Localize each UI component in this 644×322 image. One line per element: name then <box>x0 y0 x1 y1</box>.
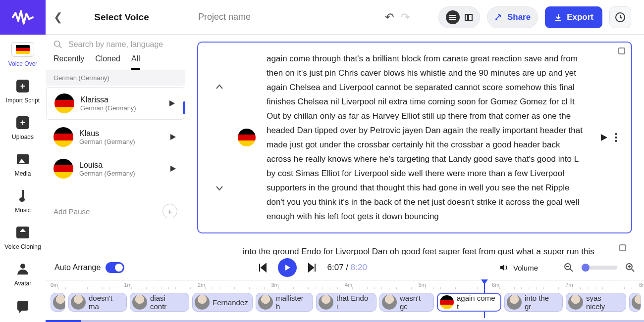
avatar-icon <box>195 295 210 310</box>
voice-search[interactable] <box>46 35 185 49</box>
timeline-clip[interactable]: diasi contr <box>130 293 189 312</box>
app-logo[interactable] <box>0 0 46 35</box>
plus-circle-icon: + <box>162 204 177 218</box>
chat-icon <box>17 301 28 311</box>
svg-point-0 <box>54 41 60 46</box>
voice-tabs: Recently Cloned All <box>46 49 185 70</box>
tab-all[interactable]: All <box>131 54 140 70</box>
view-mode-pill[interactable] <box>438 6 480 28</box>
search-icon <box>54 40 62 49</box>
nav-music[interactable]: Music <box>0 181 46 218</box>
nav-import-script[interactable]: + Import Script <box>0 71 46 108</box>
nav-label: Voice Over <box>8 60 38 67</box>
auto-arrange-label: Auto Arrange <box>54 263 101 272</box>
move-up-icon[interactable] <box>215 83 224 92</box>
add-pause-label: Add Pause <box>54 207 90 216</box>
timeline-clip[interactable]: syas nicely <box>566 293 626 312</box>
nav-label: Uploads <box>12 134 34 140</box>
timeline-ruler[interactable]: 0m1m2m3m4m5m6m7m8m <box>46 280 644 291</box>
block-voice-flag[interactable] <box>238 51 256 224</box>
timeline-clip[interactable]: doesn't ma <box>68 293 127 312</box>
time-display: 6:07 / 8:20 <box>327 263 367 273</box>
timeline-clip[interactable] <box>629 293 641 312</box>
ruler-label: 1m <box>124 282 132 288</box>
tab-recently[interactable]: Recently <box>54 54 84 70</box>
checkbox-icon[interactable] <box>618 47 625 54</box>
search-input[interactable] <box>67 40 177 49</box>
history-button[interactable] <box>609 6 631 28</box>
skip-prev-icon[interactable] <box>257 262 268 273</box>
voice-preview-button[interactable] <box>168 99 176 107</box>
play-block-icon[interactable] <box>600 134 608 141</box>
timeline[interactable]: 0m1m2m3m4m5m6m7m8m doesn't madiasi contr… <box>46 280 644 322</box>
script-block-active[interactable]: again come through that's a brilliant bl… <box>197 42 632 233</box>
clip-label: wasn't gc <box>400 294 429 311</box>
undo-icon[interactable]: ↶ <box>385 11 394 24</box>
timeline-clips: doesn't madiasi contrFernandezmallister … <box>51 293 639 314</box>
script-block[interactable]: into the ground Endo for Liverpool Dan o… <box>197 244 632 255</box>
timeline-clip[interactable]: into the gr <box>504 293 563 312</box>
plus-icon: + <box>16 80 29 92</box>
progress-bar[interactable] <box>46 320 644 322</box>
back-icon[interactable]: ❮ <box>54 11 62 24</box>
timeline-clip[interactable]: mallister h <box>256 293 313 312</box>
svg-marker-4 <box>170 166 176 172</box>
move-down-icon[interactable] <box>215 184 224 192</box>
more-icon[interactable] <box>615 133 617 142</box>
flag-de-icon <box>54 159 73 179</box>
voice-panel-header: ❮ Select Voice <box>46 0 185 35</box>
project-name[interactable]: Project name <box>198 12 378 22</box>
player: Auto Arrange 6:07 / 8:20 Volume 0m1m2m3 <box>46 255 644 322</box>
person-icon <box>17 264 28 275</box>
voice-preview-button[interactable] <box>169 165 177 173</box>
zoom-out-icon[interactable] <box>564 263 574 273</box>
nav-voice-cloning[interactable]: Voice Cloning <box>0 218 46 254</box>
voice-row-klaus[interactable]: Klaus German (Germany) <box>46 121 185 153</box>
clip-label: Fernandez <box>213 298 248 307</box>
redo-icon[interactable]: ↷ <box>401 11 410 24</box>
voice-row-klarissa[interactable]: Klarissa German (Germany) <box>47 88 184 119</box>
share-icon <box>494 13 503 22</box>
block-text[interactable]: into the ground Endo for Liverpool Dan o… <box>243 244 618 255</box>
export-label: Export <box>567 12 593 22</box>
auto-arrange-toggle[interactable]: Auto Arrange <box>54 262 124 273</box>
nav-chat[interactable] <box>0 291 46 319</box>
ruler-label: 2m <box>198 282 205 288</box>
nav-media[interactable]: Media <box>0 144 46 181</box>
share-button[interactable]: Share <box>487 6 538 28</box>
checkbox-icon[interactable] <box>619 244 626 251</box>
duration: 8:20 <box>351 263 367 272</box>
clip-label: into the gr <box>525 294 557 311</box>
play-button[interactable] <box>278 258 297 277</box>
timeline-clip[interactable]: again come t <box>437 293 501 312</box>
zoom-slider[interactable] <box>582 266 617 270</box>
nav-label: Voice Cloning <box>4 243 41 250</box>
zoom-in-icon[interactable] <box>625 263 635 273</box>
avatar-icon <box>53 295 65 310</box>
image-icon <box>17 154 29 164</box>
volume-label: Volume <box>513 264 538 272</box>
timeline-clip[interactable] <box>51 293 65 312</box>
nav-uploads[interactable]: + Uploads <box>0 108 46 144</box>
svg-marker-3 <box>170 134 176 140</box>
export-button[interactable]: Export <box>545 6 602 28</box>
volume-control[interactable]: Volume <box>499 263 538 272</box>
block-text[interactable]: again come through that's a brilliant bl… <box>267 51 587 224</box>
clip-label: diasi contr <box>150 294 184 311</box>
avatar-icon <box>632 295 641 310</box>
add-pause-row[interactable]: Add Pause + <box>54 204 177 218</box>
toggle-on-icon[interactable] <box>106 262 124 273</box>
voice-name: Klarissa <box>80 95 162 104</box>
tab-cloned[interactable]: Cloned <box>95 54 120 70</box>
voice-preview-button[interactable] <box>169 133 177 141</box>
timeline-clip[interactable]: Fernandez <box>192 293 253 312</box>
nav-avatar[interactable]: Avatar <box>0 254 46 291</box>
playhead[interactable] <box>481 279 488 286</box>
ruler-label: 4m <box>345 282 352 288</box>
topbar: Project name ↶ ↷ Share Export <box>185 0 644 35</box>
timeline-clip[interactable]: wasn't gc <box>379 293 434 312</box>
nav-voice-over[interactable]: Voice Over <box>0 35 46 71</box>
timeline-clip[interactable]: that Endo i <box>316 293 376 312</box>
skip-next-icon[interactable] <box>307 262 318 273</box>
voice-row-louisa[interactable]: Louisa German (Germany) <box>46 153 185 184</box>
